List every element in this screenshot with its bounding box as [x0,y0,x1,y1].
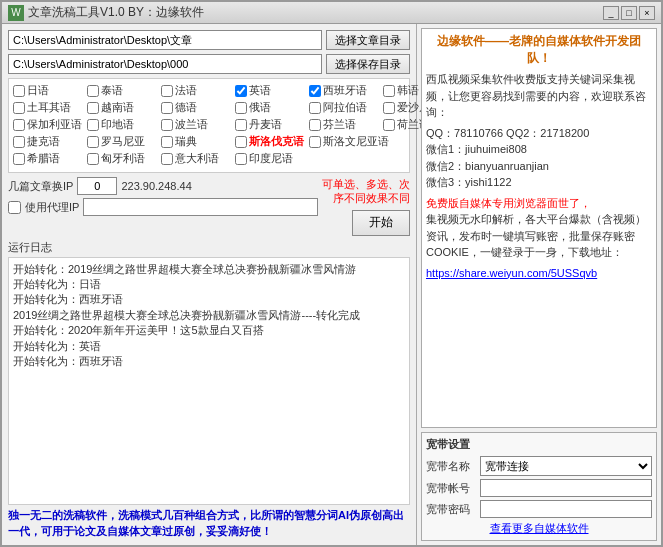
lang-checkbox-german[interactable] [161,102,173,114]
ip-count-label: 几篇文章换IP [8,179,73,194]
log-line-5: 开始转化：2020年新年开运美甲！这5款显白又百搭 [13,323,405,338]
lang-item-danish: 丹麦语 [235,117,307,132]
lang-label-polish: 波兰语 [175,117,208,132]
broadband-account-row: 宽带帐号 [426,479,652,497]
lang-label-danish: 丹麦语 [249,117,282,132]
lang-checkbox-spanish[interactable] [309,85,321,97]
lang-checkbox-dutch[interactable] [383,119,395,131]
lang-item-hungarian: 匈牙利语 [87,151,159,166]
ad-text: 独一无二的洗稿软件，洗稿模式几百种组合方式，比所谓的智慧分词AI伪原创高出一代，… [8,508,410,539]
lang-item-thai: 泰语 [87,83,159,98]
lang-label-french: 法语 [175,83,197,98]
lang-item-slovak: 斯洛伐克语 [235,134,307,149]
lang-label-korean: 韩语 [397,83,419,98]
lang-item-french: 法语 [161,83,233,98]
lang-checkbox-turkish[interactable] [13,102,25,114]
lang-checkbox-finnish[interactable] [309,119,321,131]
lang-checkbox-polish[interactable] [161,119,173,131]
close-button[interactable]: × [639,6,655,20]
content-area: 选择文章目录 选择保存目录 日语 泰语 [2,24,661,545]
lang-label-italian: 意大利语 [175,151,219,166]
minimize-button[interactable]: _ [603,6,619,20]
lang-label-spanish: 西班牙语 [323,83,367,98]
log-line-6: 开始转化为：英语 [13,339,405,354]
lang-label-thai: 泰语 [101,83,123,98]
lang-item-bulgarian: 保加利亚语 [13,117,85,132]
lang-checkbox-slovak[interactable] [235,136,247,148]
log-line-1: 开始转化：2019丝绸之路世界超模大赛全球总决赛扮靓新疆冰雪风情游 [13,262,405,277]
broadband-account-input[interactable] [480,479,652,497]
lang-checkbox-hindi[interactable] [87,119,99,131]
right-panel: 边缘软件——老牌的自媒体软件开发团队！ 西瓜视频采集软件收费版支持关键词采集视频… [417,24,661,545]
lang-item-indonesian: 印度尼语 [235,151,307,166]
lang-label-romanian: 罗马尼亚 [101,134,145,149]
select-save-btn[interactable]: 选择保存目录 [326,54,410,74]
right-panel-title: 边缘软件——老牌的自媒体软件开发团队！ [426,33,652,67]
hint-text: 可单选、多选、次序不同效果不同 [322,177,410,206]
save-path-input[interactable] [8,54,322,74]
lang-item-romanian: 罗马尼亚 [87,134,159,149]
ip-row: 几篇文章换IP 223.90.248.44 [8,177,318,195]
right-panel-content: 西瓜视频采集软件收费版支持关键词采集视频，让您更容易找到需要的内容，欢迎联系咨询… [426,71,652,281]
lang-item-german: 德语 [161,100,233,115]
lang-label-english: 英语 [249,83,271,98]
lang-label-slovenian: 斯洛文尼亚语 [323,134,389,149]
right-top-section: 边缘软件——老牌的自媒体软件开发团队！ 西瓜视频采集软件收费版支持关键词采集视频… [421,28,657,428]
lang-checkbox-korean[interactable] [383,85,395,97]
lang-checkbox-thai[interactable] [87,85,99,97]
lang-checkbox-czech[interactable] [13,136,25,148]
lang-checkbox-danish[interactable] [235,119,247,131]
lang-label-slovak: 斯洛伐克语 [249,134,304,149]
lang-checkbox-russian[interactable] [235,102,247,114]
ip-count-input[interactable] [77,177,117,195]
broadband-password-row: 宽带密码 [426,500,652,518]
lang-checkbox-hungarian[interactable] [87,153,99,165]
lang-checkbox-vietnamese[interactable] [87,102,99,114]
lang-item-polish: 波兰语 [161,117,233,132]
lang-item-greek: 希腊语 [13,151,85,166]
lang-label-vietnamese: 越南语 [101,100,134,115]
right-contact-3: 微信2：bianyuanruanjian [426,158,652,175]
lang-checkbox-estonian[interactable] [383,102,395,114]
broadband-password-input[interactable] [480,500,652,518]
lang-item-czech: 捷克语 [13,134,85,149]
lang-item-japanese: 日语 [13,83,85,98]
proxy-checkbox[interactable] [8,201,21,214]
right-contact-1: QQ：78110766 QQ2：21718200 [426,125,652,142]
lang-item-slovenian: 斯洛文尼亚语 [309,134,389,149]
lang-checkbox-japanese[interactable] [13,85,25,97]
lang-checkbox-romanian[interactable] [87,136,99,148]
log-line-3: 开始转化为：西班牙语 [13,292,405,307]
proxy-input[interactable] [83,198,318,216]
broadband-name-select[interactable]: 宽带连接 [480,456,652,476]
lang-checkbox-bulgarian[interactable] [13,119,25,131]
lang-checkbox-arabic[interactable] [309,102,321,114]
lang-item-russian: 俄语 [235,100,307,115]
lang-checkbox-swedish[interactable] [161,136,173,148]
log-line-4: 2019丝绸之路世界超模大赛全球总决赛扮靓新疆冰雪风情游----转化完成 [13,308,405,323]
select-source-btn[interactable]: 选择文章目录 [326,30,410,50]
lang-item-italian: 意大利语 [161,151,233,166]
lang-checkbox-italian[interactable] [161,153,173,165]
start-button[interactable]: 开始 [352,210,410,236]
lang-label-greek: 希腊语 [27,151,60,166]
lang-checkbox-slovenian[interactable] [309,136,321,148]
lang-item-arabic: 阿拉伯语 [309,100,381,115]
lang-row-2: 土耳其语 越南语 德语 俄语 [13,100,405,115]
source-path-input[interactable] [8,30,322,50]
lang-checkbox-french[interactable] [161,85,173,97]
broadband-title: 宽带设置 [426,437,652,452]
main-window: W 文章洗稿工具V1.0 BY：边缘软件 _ □ × 选择文章目录 选择保存目录 [0,0,663,547]
lang-checkbox-greek[interactable] [13,153,25,165]
right-browser-desc: 集视频无水印解析，各大平台爆款（含视频）资讯，发布时一键填写账密，批量保存账密C… [426,211,652,261]
lang-checkbox-indonesian[interactable] [235,153,247,165]
right-contact-2: 微信1：jiuhuimei808 [426,141,652,158]
app-icon: W [8,5,24,21]
broadband-name-label: 宽带名称 [426,459,476,474]
right-download-url: https://share.weiyun.com/5USSqvb [426,265,652,282]
source-path-row: 选择文章目录 [8,30,410,50]
maximize-button[interactable]: □ [621,6,637,20]
log-area: 开始转化：2019丝绸之路世界超模大赛全球总决赛扮靓新疆冰雪风情游 开始转化为：… [8,257,410,506]
more-software-link[interactable]: 查看更多自媒体软件 [426,521,652,536]
lang-checkbox-english[interactable] [235,85,247,97]
